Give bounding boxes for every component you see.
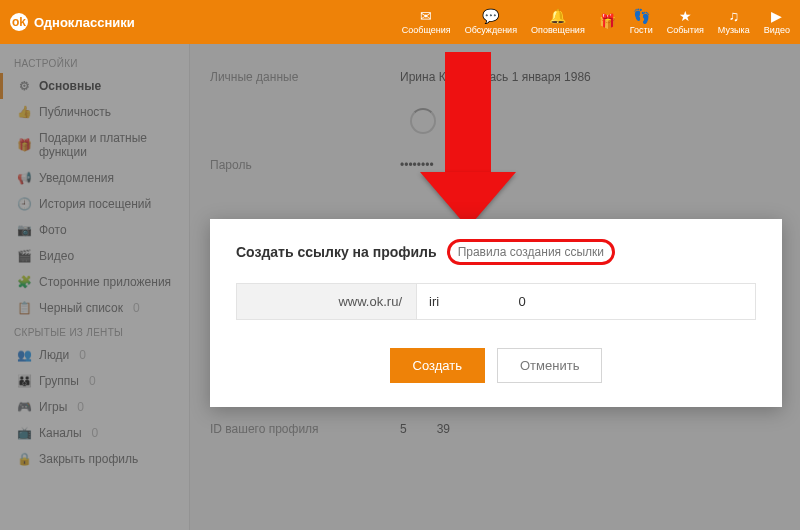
cancel-button[interactable]: Отменить: [497, 348, 602, 383]
music-icon: ♫: [729, 9, 740, 23]
profile-url-input[interactable]: [416, 283, 756, 320]
star-icon: ★: [679, 9, 692, 23]
url-prefix: www.ok.ru/: [236, 283, 416, 320]
brand-text: Одноклассники: [34, 15, 135, 30]
modal-buttons: Создать Отменить: [236, 348, 756, 383]
top-header: ok Одноклассники ✉Сообщения 💬Обсуждения …: [0, 0, 800, 44]
video-icon: ▶: [771, 9, 782, 23]
nav-discussions[interactable]: 💬Обсуждения: [465, 9, 517, 35]
nav-events[interactable]: ★События: [667, 9, 704, 35]
url-row: www.ok.ru/: [236, 283, 756, 320]
nav-gifts[interactable]: 🎁: [599, 14, 616, 30]
nav-notifications[interactable]: 🔔Оповещения: [531, 9, 585, 35]
page-body: НАСТРОЙКИ ⚙Основные 👍Публичность 🎁Подарк…: [0, 44, 800, 530]
rules-link[interactable]: Правила создания ссылки: [447, 239, 615, 265]
gift-icon: 🎁: [599, 14, 616, 28]
brand[interactable]: ok Одноклассники: [10, 13, 135, 31]
nav-video[interactable]: ▶Видео: [764, 9, 790, 35]
footsteps-icon: 👣: [633, 9, 650, 23]
bell-icon: 🔔: [549, 9, 566, 23]
speech-icon: 💬: [482, 9, 499, 23]
envelope-icon: ✉: [420, 9, 432, 23]
modal-title-row: Создать ссылку на профиль Правила создан…: [236, 239, 756, 265]
create-link-modal: Создать ссылку на профиль Правила создан…: [210, 219, 782, 407]
create-button[interactable]: Создать: [390, 348, 485, 383]
nav-guests[interactable]: 👣Гости: [630, 9, 653, 35]
nav-music[interactable]: ♫Музыка: [718, 9, 750, 35]
modal-title: Создать ссылку на профиль: [236, 244, 437, 260]
nav-messages[interactable]: ✉Сообщения: [402, 9, 451, 35]
ok-logo-icon: ok: [10, 13, 28, 31]
